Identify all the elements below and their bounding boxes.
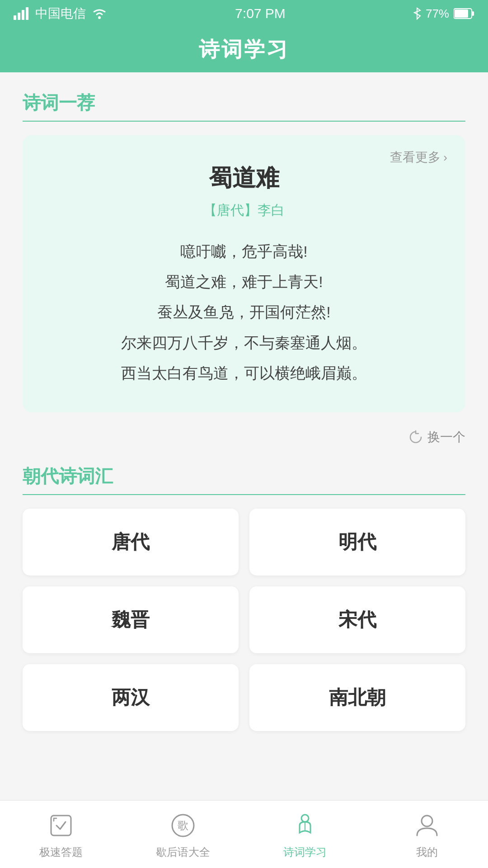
nav-item-poetry[interactable]: 诗词学习 xyxy=(244,810,366,859)
mine-icon xyxy=(411,810,443,841)
poem-line-3: 蚕丛及鱼凫，开国何茫然! xyxy=(45,298,443,326)
poetry-icon xyxy=(289,810,321,841)
poem-section: 诗词一荐 查看更多 › 蜀道难 【唐代】李白 噫吁嚱，危乎高哉! 蜀道之难，难于… xyxy=(23,90,465,464)
poem-line-5: 西当太白有鸟道，可以横绝峨眉巅。 xyxy=(45,359,443,387)
nav-item-quiz[interactable]: 极速答题 xyxy=(0,810,122,859)
svg-rect-1 xyxy=(18,13,20,20)
dynasty-btn-songdai[interactable]: 宋代 xyxy=(249,586,465,653)
status-right: 77% xyxy=(413,7,474,21)
svg-rect-6 xyxy=(472,11,474,16)
dynasty-btn-lianghan[interactable]: 两汉 xyxy=(23,664,239,731)
status-left: 中国电信 xyxy=(14,5,108,22)
bluetooth-icon xyxy=(413,7,421,20)
dynasty-section-title: 朝代诗词汇 xyxy=(23,464,465,495)
poem-content: 噫吁嚱，危乎高哉! 蜀道之难，难于上青天! 蚕丛及鱼凫，开国何茫然! 尔来四万八… xyxy=(45,238,443,387)
nav-label-poetry: 诗词学习 xyxy=(283,845,327,859)
dynasty-btn-weijin[interactable]: 魏晋 xyxy=(23,586,239,653)
dynasty-btn-tangdai[interactable]: 唐代 xyxy=(23,509,239,576)
poem-card[interactable]: 查看更多 › 蜀道难 【唐代】李白 噫吁嚱，危乎高哉! 蜀道之难，难于上青天! … xyxy=(23,135,465,412)
svg-point-11 xyxy=(301,815,309,822)
refresh-icon xyxy=(408,430,423,444)
carrier-text: 中国电信 xyxy=(35,5,86,22)
nav-item-idiom[interactable]: 歌 歇后语大全 xyxy=(122,810,244,859)
chevron-right-icon: › xyxy=(443,151,447,165)
view-more-link[interactable]: 查看更多 › xyxy=(390,149,447,166)
svg-text:歌: 歌 xyxy=(178,819,188,831)
signal-icon xyxy=(14,7,30,20)
poem-line-1: 噫吁嚱，危乎高哉! xyxy=(45,238,443,265)
wifi-icon xyxy=(91,7,108,20)
poem-title: 蜀道难 xyxy=(45,162,443,194)
refresh-label: 换一个 xyxy=(427,429,465,446)
nav-label-mine: 我的 xyxy=(416,845,438,859)
nav-item-mine[interactable]: 我的 xyxy=(366,810,488,859)
dynasty-grid: 唐代 明代 魏晋 宋代 两汉 南北朝 xyxy=(23,509,465,731)
dynasty-btn-mingdai[interactable]: 明代 xyxy=(249,509,465,576)
svg-rect-2 xyxy=(22,10,24,20)
svg-point-4 xyxy=(98,16,101,19)
idiom-icon: 歌 xyxy=(167,810,199,841)
battery-icon xyxy=(454,8,474,19)
quiz-icon xyxy=(45,810,77,841)
poem-author: 【唐代】李白 xyxy=(45,201,443,220)
dynasty-btn-nanbeizhao[interactable]: 南北朝 xyxy=(249,664,465,731)
nav-label-idiom: 歇后语大全 xyxy=(156,845,210,859)
status-bar: 中国电信 7:07 PM 77% xyxy=(0,0,488,27)
svg-rect-7 xyxy=(455,9,468,18)
poem-line-4: 尔来四万八千岁，不与秦塞通人烟。 xyxy=(45,329,443,357)
bottom-nav: 极速答题 歌 歇后语大全 诗词学习 xyxy=(0,800,488,868)
svg-rect-0 xyxy=(14,15,16,20)
nav-label-quiz: 极速答题 xyxy=(39,845,83,859)
svg-point-12 xyxy=(422,816,432,826)
dynasty-section: 朝代诗词汇 唐代 明代 魏晋 宋代 两汉 南北朝 xyxy=(23,464,465,731)
header-title: 诗词学习 xyxy=(199,36,289,64)
refresh-row[interactable]: 换一个 xyxy=(23,421,465,464)
poem-line-2: 蜀道之难，难于上青天! xyxy=(45,268,443,296)
status-time: 7:07 PM xyxy=(235,6,286,21)
battery-pct: 77% xyxy=(426,7,449,21)
header: 诗词学习 xyxy=(0,27,488,72)
poem-section-title: 诗词一荐 xyxy=(23,90,465,122)
content: 诗词一荐 查看更多 › 蜀道难 【唐代】李白 噫吁嚱，危乎高哉! 蜀道之难，难于… xyxy=(0,72,488,821)
svg-rect-3 xyxy=(26,7,28,20)
